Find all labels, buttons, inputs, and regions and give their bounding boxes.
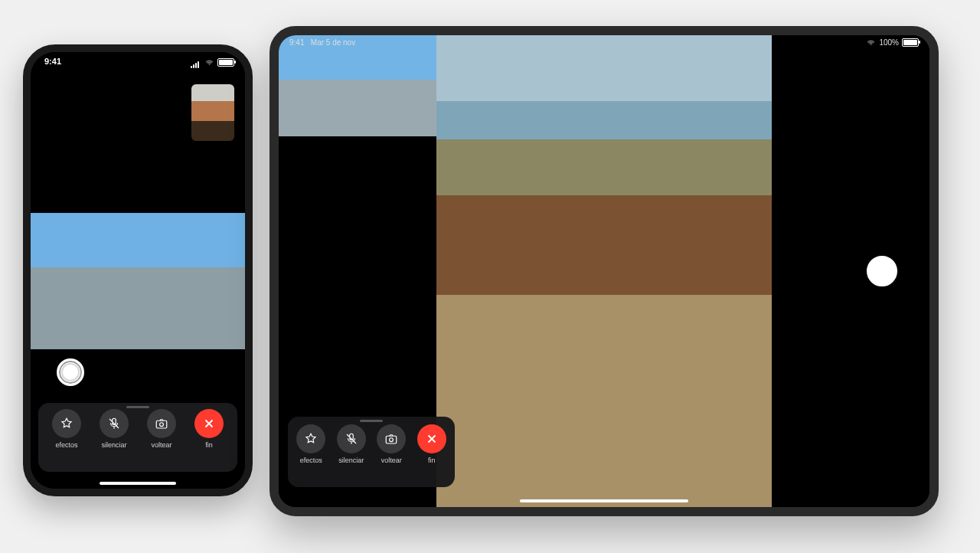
call-controls-panel[interactable]: efectos silenciar voltear fin [288,417,455,487]
status-time: 9:41 [44,57,61,66]
status-date: Mar 5 de nov [311,38,355,47]
close-x-icon [425,432,439,446]
battery-icon [902,38,919,47]
star-effects-icon [304,432,318,446]
remote-video[interactable] [436,35,772,507]
flip-label: voltear [381,456,402,464]
cellular-signal-icon [191,59,201,67]
end-label: fin [428,456,436,464]
effects-label: efectos [300,456,322,464]
svg-rect-0 [156,420,167,428]
flip-label: voltear [151,441,172,449]
flip-camera-button[interactable]: voltear [373,424,410,464]
live-photo-capture-button[interactable] [867,256,897,286]
effects-button[interactable]: efectos [48,409,85,449]
svg-rect-2 [387,436,397,443]
ipad-device: 9:41 Mar 5 de nov 100% efectos [270,26,939,516]
mic-off-icon [345,432,358,446]
close-x-icon [202,417,216,430]
camera-flip-icon [384,432,398,446]
battery-icon [217,58,234,67]
ipad-facetime-screen: efectos silenciar voltear fin [279,35,929,507]
status-right-cluster: 100% [866,38,919,47]
status-left-cluster: 9:41 Mar 5 de nov [289,38,355,47]
mute-button[interactable]: silenciar [96,409,132,449]
live-photo-capture-button[interactable] [57,358,84,386]
call-controls-panel[interactable]: efectos silenciar voltear fin [38,403,237,472]
star-effects-icon [60,417,74,430]
flip-camera-button[interactable]: voltear [143,409,180,449]
effects-button[interactable]: efectos [292,424,329,464]
battery-percentage: 100% [879,38,899,47]
end-call-button[interactable]: fin [413,424,450,464]
remote-video[interactable] [31,213,245,349]
home-indicator[interactable] [520,499,688,502]
product-shot-stage: 9:41 efectos silenciar [0,0,980,553]
svg-point-3 [390,438,394,442]
ipad-status-bar: 9:41 Mar 5 de nov 100% [279,38,929,52]
iphone-facetime-screen: efectos silenciar voltear fin [31,52,245,489]
home-indicator[interactable] [100,482,176,485]
wifi-icon [204,59,214,67]
end-label: fin [205,441,213,449]
iphone-device: 9:41 efectos silenciar [23,44,253,496]
svg-point-1 [160,423,164,427]
mute-label: silenciar [101,441,126,449]
mute-button[interactable]: silenciar [333,424,370,464]
status-right-cluster [191,58,234,67]
panel-grabber[interactable] [360,420,383,422]
iphone-notch [94,52,182,69]
end-call-button[interactable]: fin [191,409,227,449]
mic-off-icon [107,417,121,430]
self-view-pip[interactable] [191,84,234,141]
camera-flip-icon [155,417,168,430]
wifi-icon [866,39,876,47]
effects-label: efectos [55,441,77,449]
status-time: 9:41 [289,38,304,47]
mute-label: silenciar [338,456,364,464]
panel-grabber[interactable] [126,406,149,408]
